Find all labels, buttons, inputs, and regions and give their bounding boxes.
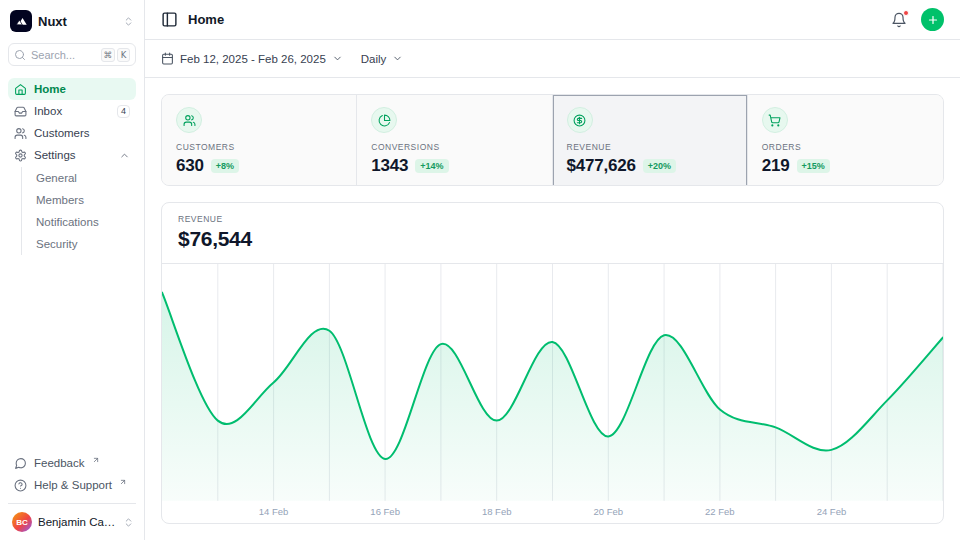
page-header: Home [145, 0, 960, 40]
home-icon [14, 83, 27, 96]
chart-x-tick: 16 Feb [370, 506, 400, 517]
search-shortcut: ⌘ K [101, 48, 131, 62]
search-input[interactable]: Search... ⌘ K [8, 43, 136, 66]
dollar-circle-icon [567, 107, 593, 133]
stat-value: 630 [176, 156, 204, 176]
user-menu[interactable]: BC Benjamin Canac [8, 503, 136, 532]
chevron-up-icon [119, 150, 130, 161]
avatar: BC [12, 512, 32, 532]
calendar-icon [161, 52, 174, 65]
revenue-chart-card: REVENUE $76,544 14 Feb16 Feb18 Feb20 Feb… [161, 202, 944, 524]
stat-trend-badge: +15% [797, 159, 830, 173]
stat-label: CONVERSIONS [371, 142, 537, 152]
sidebar-item-label: Settings [34, 149, 76, 161]
stat-value: 1343 [371, 156, 408, 176]
period-select[interactable]: Daily [361, 53, 404, 65]
sidebar-nav: Home Inbox 4 Customers Settings General … [8, 78, 136, 255]
chevrons-up-down-icon [123, 16, 134, 27]
sidebar-item-general[interactable]: General [32, 167, 136, 189]
help-circle-icon [14, 479, 27, 492]
date-range-picker[interactable]: Feb 12, 2025 - Feb 26, 2025 [161, 52, 343, 65]
gear-icon [14, 149, 27, 162]
chart-pie-icon [371, 107, 397, 133]
help-support-link[interactable]: Help & Support [8, 474, 136, 496]
filters-toolbar: Feb 12, 2025 - Feb 26, 2025 Daily [145, 40, 960, 78]
chart-x-tick: 22 Feb [705, 506, 735, 517]
revenue-chart-svg [162, 264, 943, 501]
search-placeholder: Search... [31, 49, 75, 61]
chart-x-labels: 14 Feb16 Feb18 Feb20 Feb22 Feb24 Feb [162, 501, 943, 523]
stats-row: CUSTOMERS 630 +8% CONVERSIONS 1343 +14% [161, 94, 944, 186]
users-icon [14, 127, 27, 140]
inbox-count-badge: 4 [117, 105, 130, 118]
footer-link-label: Feedback [34, 457, 85, 469]
stat-label: REVENUE [567, 142, 733, 152]
user-name: Benjamin Canac [38, 516, 117, 528]
dashboard-content: CUSTOMERS 630 +8% CONVERSIONS 1343 +14% [145, 78, 960, 540]
external-link-icon [92, 456, 100, 464]
users-icon [176, 107, 202, 133]
plus-icon [927, 14, 939, 26]
stat-card-conversions[interactable]: CONVERSIONS 1343 +14% [357, 95, 552, 186]
search-icon [14, 49, 26, 61]
stat-card-orders[interactable]: ORDERS 219 +15% [748, 95, 943, 186]
stat-trend-badge: +20% [643, 159, 676, 173]
sidebar-footer: Feedback Help & Support BC Benjamin Cana… [8, 452, 136, 532]
chart-x-tick: 24 Feb [817, 506, 847, 517]
stat-card-revenue[interactable]: REVENUE $477,626 +20% [553, 95, 748, 186]
sidebar-item-home[interactable]: Home [8, 78, 136, 100]
nuxt-logo [10, 10, 32, 32]
workspace-selector[interactable]: Nuxt [8, 8, 136, 32]
chart-x-tick: 18 Feb [482, 506, 512, 517]
workspace-name: Nuxt [38, 14, 67, 29]
stat-trend-badge: +14% [415, 159, 448, 173]
kbd-cmd: ⌘ [101, 48, 116, 62]
revenue-chart[interactable]: 14 Feb16 Feb18 Feb20 Feb22 Feb24 Feb [162, 264, 943, 523]
date-range-label: Feb 12, 2025 - Feb 26, 2025 [180, 53, 326, 65]
settings-children: General Members Notifications Security [21, 167, 136, 255]
sidebar-item-label: Inbox [34, 105, 62, 117]
sidebar-item-settings[interactable]: Settings [8, 144, 136, 166]
chevrons-up-down-icon [123, 517, 134, 528]
sidebar-item-customers[interactable]: Customers [8, 122, 136, 144]
sidebar-item-label: Home [34, 83, 66, 95]
page-title: Home [188, 12, 224, 27]
chart-x-tick: 14 Feb [259, 506, 289, 517]
main-panel: Home Feb 12, 2025 - Feb 26, 2025 Daily [145, 0, 960, 540]
kbd-k: K [117, 48, 130, 62]
stat-card-customers[interactable]: CUSTOMERS 630 +8% [162, 95, 357, 186]
stat-value: $477,626 [567, 156, 636, 176]
chevron-down-icon [392, 53, 403, 64]
chevron-down-icon [332, 53, 343, 64]
period-label: Daily [361, 53, 387, 65]
chart-total-value: $76,544 [178, 227, 927, 251]
sidebar-item-notifications[interactable]: Notifications [32, 211, 136, 233]
inbox-icon [14, 105, 27, 118]
sidebar-item-label: Customers [34, 127, 90, 139]
external-link-icon [119, 478, 127, 486]
stat-value: 219 [762, 156, 790, 176]
header-actions [891, 8, 944, 31]
chart-x-tick: 20 Feb [593, 506, 623, 517]
panel-left-icon [161, 11, 178, 28]
chart-title: REVENUE [178, 214, 927, 224]
sidebar: Nuxt Search... ⌘ K Home Inbox 4 Customer… [0, 0, 145, 540]
cart-icon [762, 107, 788, 133]
stat-label: CUSTOMERS [176, 142, 342, 152]
notifications-button[interactable] [891, 12, 907, 28]
chart-header: REVENUE $76,544 [162, 203, 943, 264]
message-circle-icon [14, 457, 27, 470]
add-button[interactable] [921, 8, 944, 31]
sidebar-item-members[interactable]: Members [32, 189, 136, 211]
feedback-link[interactable]: Feedback [8, 452, 136, 474]
stat-trend-badge: +8% [211, 159, 239, 173]
notification-dot [903, 10, 909, 16]
sidebar-item-inbox[interactable]: Inbox 4 [8, 100, 136, 122]
stat-label: ORDERS [762, 142, 929, 152]
sidebar-toggle-button[interactable] [161, 11, 178, 28]
sidebar-item-security[interactable]: Security [32, 233, 136, 255]
footer-link-label: Help & Support [34, 479, 112, 491]
